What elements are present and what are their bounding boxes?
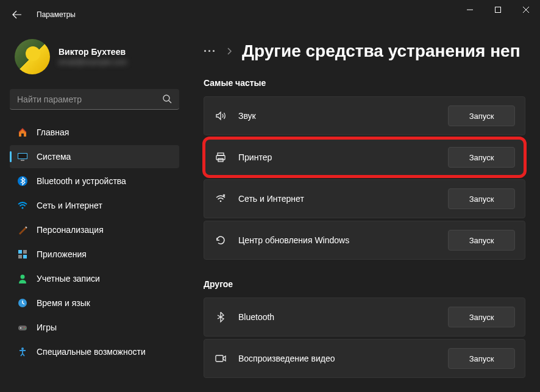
svg-rect-0 bbox=[496, 7, 501, 13]
nav-item-account[interactable]: Учетные записи bbox=[10, 267, 179, 290]
nav-label: Игры bbox=[37, 323, 57, 332]
games-icon bbox=[17, 322, 28, 333]
nav-item-bluetooth[interactable]: Bluetooth и устройства bbox=[10, 169, 179, 193]
nav-item-brush[interactable]: Персонализация bbox=[10, 218, 179, 241]
nav-label: Система bbox=[37, 152, 71, 162]
card-label: Воспроизведение видео bbox=[238, 354, 437, 363]
nav-item-apps[interactable]: Приложения bbox=[10, 243, 179, 266]
svg-point-11 bbox=[21, 275, 25, 279]
titlebar: Параметры bbox=[0, 0, 540, 29]
wifi-icon bbox=[17, 200, 28, 211]
content: Виктор Бухтеев email@example.com Главная… bbox=[0, 29, 540, 392]
run-button[interactable]: Запуск bbox=[448, 307, 515, 327]
svg-rect-19 bbox=[216, 155, 225, 160]
nav-label: Главная bbox=[37, 127, 69, 137]
update-icon bbox=[214, 233, 227, 247]
run-button[interactable]: Запуск bbox=[448, 147, 515, 168]
svg-rect-7 bbox=[18, 250, 22, 254]
nav-label: Время и язык bbox=[37, 298, 90, 308]
svg-rect-13 bbox=[18, 326, 27, 330]
svg-rect-4 bbox=[21, 160, 24, 161]
nav-item-clock[interactable]: Время и язык bbox=[10, 291, 179, 315]
profile-email: email@example.com bbox=[59, 58, 127, 66]
svg-point-21 bbox=[220, 201, 222, 202]
sound-icon bbox=[214, 109, 227, 123]
minimize-button[interactable] bbox=[456, 0, 484, 20]
main: ··· Другие средства устранения неп Самые… bbox=[189, 29, 540, 392]
svg-rect-3 bbox=[18, 154, 27, 159]
nav-label: Специальные возможности bbox=[37, 347, 146, 357]
svg-point-6 bbox=[21, 207, 23, 208]
account-icon bbox=[17, 273, 28, 284]
profile[interactable]: Виктор Бухтеев email@example.com bbox=[10, 29, 179, 89]
nav-label: Приложения bbox=[37, 249, 87, 259]
run-button[interactable]: Запуск bbox=[448, 188, 515, 209]
run-button[interactable]: Запуск bbox=[448, 105, 515, 126]
troubleshooter-card-sound: ЗвукЗапуск bbox=[204, 96, 525, 135]
brush-icon bbox=[17, 224, 28, 235]
close-icon bbox=[523, 7, 529, 13]
sidebar: Виктор Бухтеев email@example.com Главная… bbox=[0, 29, 189, 392]
nav-item-home[interactable]: Главная bbox=[10, 121, 179, 144]
sections: Самые частыеЗвукЗапускПринтерЗапускСеть … bbox=[204, 78, 525, 378]
troubleshooter-card-network: Сеть и ИнтернетЗапуск bbox=[204, 179, 525, 218]
nav-label: Сеть и Интернет bbox=[37, 201, 102, 210]
nav-item-accessibility[interactable]: Специальные возможности bbox=[10, 340, 179, 363]
svg-point-14 bbox=[20, 327, 21, 329]
profile-name: Виктор Бухтеев bbox=[59, 47, 127, 57]
svg-point-16 bbox=[25, 328, 26, 329]
card-label: Bluetooth bbox=[238, 312, 437, 322]
troubleshooter-card-bluetooth2: BluetoothЗапуск bbox=[204, 298, 525, 337]
breadcrumb: ··· Другие средства устранения неп bbox=[204, 41, 525, 61]
profile-info: Виктор Бухтеев email@example.com bbox=[59, 47, 127, 66]
breadcrumb-more[interactable]: ··· bbox=[204, 45, 216, 58]
nav-label: Учетные записи bbox=[37, 274, 100, 283]
card-label: Звук bbox=[238, 111, 437, 121]
apps-icon bbox=[17, 249, 28, 260]
minimize-icon bbox=[467, 7, 473, 13]
bluetooth-icon bbox=[17, 176, 28, 187]
search bbox=[10, 89, 179, 110]
svg-rect-22 bbox=[216, 355, 223, 362]
svg-point-17 bbox=[21, 347, 24, 350]
close-button[interactable] bbox=[512, 0, 540, 20]
settings-window: Параметры Виктор Бухтеев email@example.c… bbox=[0, 0, 540, 392]
troubleshooter-card-update: Центр обновления WindowsЗапуск bbox=[204, 221, 525, 260]
troubleshooter-card-video: Воспроизведение видеоЗапуск bbox=[204, 339, 525, 378]
chevron-right-icon bbox=[226, 48, 232, 55]
nav-item-wifi[interactable]: Сеть и Интернет bbox=[10, 194, 179, 217]
page-title: Другие средства устранения неп bbox=[242, 41, 520, 61]
section-label: Самые частые bbox=[204, 78, 525, 88]
nav-item-games[interactable]: Игры bbox=[10, 316, 179, 339]
bluetooth2-icon bbox=[214, 310, 227, 324]
card-label: Сеть и Интернет bbox=[238, 194, 437, 204]
svg-point-15 bbox=[24, 327, 25, 328]
clock-icon bbox=[17, 298, 28, 308]
search-input[interactable] bbox=[10, 89, 179, 110]
avatar bbox=[15, 39, 50, 74]
run-button[interactable]: Запуск bbox=[448, 348, 515, 369]
svg-rect-8 bbox=[23, 250, 27, 254]
nav: ГлавнаяСистемаBluetooth и устройстваСеть… bbox=[10, 121, 179, 363]
search-icon bbox=[162, 94, 172, 104]
run-button[interactable]: Запуск bbox=[448, 230, 515, 251]
troubleshooter-card-printer: ПринтерЗапуск bbox=[204, 138, 525, 177]
system-icon bbox=[17, 151, 28, 162]
window-title: Параметры bbox=[37, 10, 76, 19]
accessibility-icon bbox=[17, 346, 28, 357]
svg-rect-10 bbox=[23, 255, 27, 258]
nav-label: Персонализация bbox=[37, 225, 104, 235]
svg-rect-9 bbox=[18, 255, 22, 258]
network-icon bbox=[214, 192, 227, 205]
window-controls bbox=[456, 0, 540, 20]
section-label: Другое bbox=[204, 279, 525, 289]
svg-point-1 bbox=[163, 95, 169, 101]
arrow-left-icon bbox=[12, 10, 22, 20]
back-button[interactable] bbox=[5, 2, 29, 27]
printer-icon bbox=[214, 151, 227, 164]
video-icon bbox=[214, 352, 227, 365]
home-icon bbox=[17, 127, 28, 138]
maximize-icon bbox=[495, 7, 501, 13]
nav-item-system[interactable]: Система bbox=[10, 145, 179, 168]
maximize-button[interactable] bbox=[484, 0, 512, 20]
